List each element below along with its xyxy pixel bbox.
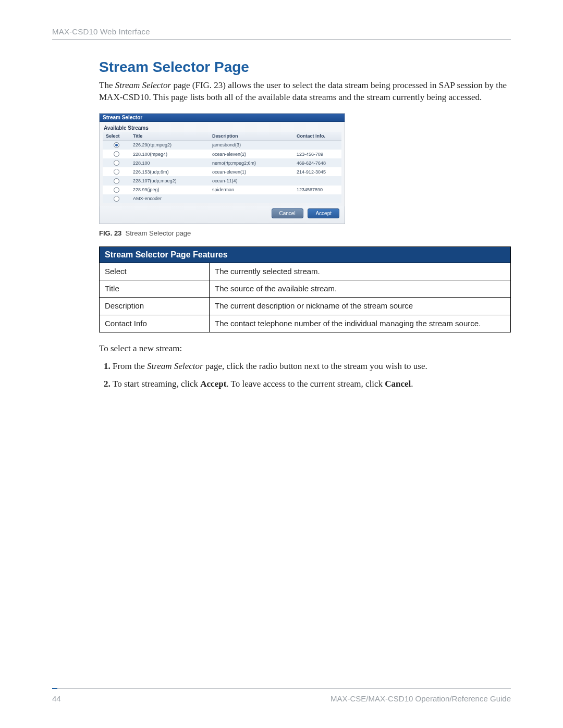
stream-title: 228.100 — [130, 158, 209, 167]
footer-guide: MAX-CSE/MAX-CSD10 Operation/Reference Gu… — [331, 694, 511, 703]
stream-description: nemo(rtp;mpeg2;6m) — [209, 158, 293, 167]
feature-value: The currently selected stream. — [210, 263, 511, 280]
intro-term: Stream Selector — [115, 80, 171, 90]
page-header: MAX-CSD10 Web Interface — [52, 27, 511, 40]
stream-row: AMX-encoder — [103, 194, 341, 203]
col-description: Description — [209, 132, 293, 141]
instructions-list: From the Stream Selector page, click the… — [99, 360, 511, 391]
accept-button[interactable]: Accept — [308, 208, 339, 218]
step-term: Cancel — [385, 379, 411, 389]
stream-description: spiderman — [209, 186, 293, 194]
feature-row: TitleThe source of the available stream. — [100, 280, 511, 298]
col-select: Select — [103, 132, 130, 141]
feature-row: DescriptionThe current description or ni… — [100, 298, 511, 315]
stream-contact: 1234567890 — [293, 186, 341, 194]
page-content: Stream Selector Page The Stream Selector… — [99, 59, 511, 391]
stream-contact: 469-624-7648 — [293, 158, 341, 167]
stream-row: 228.99(jpeg)spiderman1234567890 — [103, 186, 341, 194]
feature-row: Contact InfoThe contact telephone number… — [100, 315, 511, 332]
step-text: . To leave access to the current stream,… — [226, 379, 385, 389]
step-term: Accept — [200, 379, 226, 389]
stream-description: ocean-eleven(1) — [209, 167, 293, 176]
stream-title: 228.100(mpeg4) — [130, 150, 209, 158]
stream-contact — [293, 194, 341, 203]
step-text: From the — [113, 361, 147, 371]
stream-title: 226.29(rtp;mpeg2) — [130, 140, 209, 150]
feature-key: Select — [100, 263, 210, 280]
section-title: Stream Selector Page — [99, 59, 511, 76]
col-contact: Contact Info. — [293, 132, 341, 141]
page-number: 44 — [52, 694, 61, 703]
stream-radio[interactable] — [114, 169, 119, 175]
stream-row: 228.107(udp;mpeg2)ocean-11(4) — [103, 176, 341, 185]
feature-value: The source of the available stream. — [210, 280, 511, 298]
page-footer: 44 MAX-CSE/MAX-CSD10 Operation/Reference… — [52, 688, 511, 703]
stream-contact — [293, 140, 341, 150]
stream-contact — [293, 176, 341, 185]
stream-radio[interactable] — [114, 187, 119, 193]
step-2: To start streaming, click Accept. To lea… — [113, 378, 511, 391]
feature-key: Title — [100, 280, 210, 298]
stream-title: 226.153(udp;6m) — [130, 167, 209, 176]
dialog-buttons: Cancel Accept — [100, 206, 345, 224]
stream-title: AMX-encoder — [130, 194, 209, 203]
step-term: Stream Selector — [147, 361, 203, 371]
figure-23: Stream Selector Available Streams Select… — [99, 113, 511, 224]
header-section: MAX-CSD10 Web Interface — [52, 27, 150, 36]
document-page: MAX-CSD10 Web Interface Stream Selector … — [0, 0, 563, 728]
stream-description — [209, 194, 293, 203]
figure-label: FIG. 23 — [99, 229, 121, 237]
stream-description: jamesbond(3) — [209, 140, 293, 150]
stream-radio[interactable] — [114, 160, 119, 166]
feature-row: SelectThe currently selected stream. — [100, 263, 511, 280]
stream-title: 228.99(jpeg) — [130, 186, 209, 194]
available-streams-heading: Available Streams — [100, 122, 345, 132]
cancel-button[interactable]: Cancel — [272, 208, 303, 218]
stream-title: 228.107(udp;mpeg2) — [130, 176, 209, 185]
stream-row: 226.153(udp;6m)ocean-eleven(1)214-912-30… — [103, 167, 341, 176]
stream-selector-window: Stream Selector Available Streams Select… — [99, 113, 345, 224]
stream-contact: 214-912-3045 — [293, 167, 341, 176]
step-1: From the Stream Selector page, click the… — [113, 360, 511, 373]
stream-radio[interactable] — [114, 142, 119, 148]
streams-table: Select Title Description Contact Info. 2… — [103, 132, 341, 203]
figure-caption: FIG. 23 Stream Selector page — [99, 229, 511, 237]
stream-description: ocean-11(4) — [209, 176, 293, 185]
intro-text: The — [99, 80, 115, 90]
step-text: page, click the radio button next to the… — [203, 361, 427, 371]
intro-paragraph: The Stream Selector page (FIG. 23) allow… — [99, 80, 511, 104]
feature-value: The current description or nickname of t… — [210, 298, 511, 315]
footer-accent — [52, 688, 57, 689]
instructions-lead: To select a new stream: — [99, 343, 511, 355]
feature-value: The contact telephone number of the indi… — [210, 315, 511, 332]
feature-key: Description — [100, 298, 210, 315]
step-text: . — [411, 379, 413, 389]
stream-radio[interactable] — [114, 151, 119, 157]
features-table: Stream Selector Page Features SelectThe … — [99, 246, 511, 332]
figure-caption-text: Stream Selector page — [126, 229, 191, 237]
stream-row: 228.100nemo(rtp;mpeg2;6m)469-624-7648 — [103, 158, 341, 167]
features-heading: Stream Selector Page Features — [100, 246, 511, 263]
stream-row: 228.100(mpeg4)ocean-eleven(2)123-456-789 — [103, 150, 341, 158]
col-title: Title — [130, 132, 209, 141]
stream-description: ocean-eleven(2) — [209, 150, 293, 158]
feature-key: Contact Info — [100, 315, 210, 332]
stream-radio[interactable] — [114, 178, 119, 184]
window-titlebar: Stream Selector — [100, 114, 345, 122]
stream-radio[interactable] — [114, 196, 119, 202]
stream-contact: 123-456-789 — [293, 150, 341, 158]
step-text: To start streaming, click — [113, 379, 200, 389]
stream-row: 226.29(rtp;mpeg2)jamesbond(3) — [103, 140, 341, 150]
